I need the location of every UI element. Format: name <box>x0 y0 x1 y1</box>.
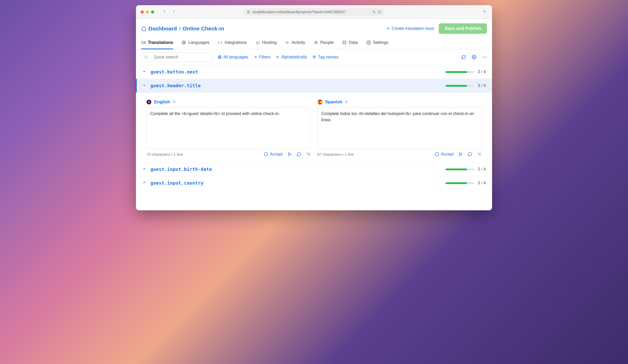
tab-settings-label: Settings <box>373 40 389 45</box>
tab-translations[interactable]: A文 Translations <box>141 37 173 49</box>
tab-hosting[interactable]: Hosting <box>255 37 277 49</box>
svg-point-33 <box>486 57 486 58</box>
minimize-window-button[interactable] <box>146 10 149 14</box>
gear-icon <box>366 40 371 45</box>
key-progress: 3 / 4 <box>446 83 486 88</box>
traffic-lights <box>141 10 154 14</box>
back-button[interactable] <box>162 9 167 15</box>
filters-button[interactable]: Filters <box>253 55 271 59</box>
forward-button[interactable] <box>172 9 176 15</box>
key-name: guest.button.next <box>151 69 198 75</box>
reload-icon[interactable] <box>378 10 381 14</box>
tab-activity-label: Activity <box>292 40 305 45</box>
accept-button[interactable]: Accept <box>264 152 283 157</box>
translate-icon[interactable] <box>372 10 376 14</box>
svg-text:A: A <box>142 42 144 43</box>
svg-point-11 <box>287 42 288 43</box>
accept-label: Accept <box>441 152 454 157</box>
search-field[interactable] <box>154 55 210 59</box>
progress-bar <box>446 182 474 184</box>
comment-icon[interactable] <box>468 152 472 157</box>
language-selector[interactable]: English <box>146 99 311 105</box>
tag-names-label: Tag names <box>318 55 338 59</box>
accept-button[interactable]: Accept <box>435 152 454 157</box>
svg-rect-0 <box>247 12 250 13</box>
svg-line-17 <box>147 58 148 59</box>
svg-point-32 <box>484 57 485 58</box>
editor-pane-english: English Complete all the <b>guest detail… <box>146 99 311 157</box>
home-icon[interactable] <box>141 26 146 31</box>
key-name: guest.header.title <box>151 83 201 88</box>
url-text: simplelocalize.io/dashboard/projects/?ha… <box>252 10 370 14</box>
sort-button[interactable]: Alphabetically <box>276 55 307 59</box>
play-icon[interactable] <box>458 152 463 157</box>
chevron-down-icon <box>150 56 152 58</box>
all-languages-filter[interactable]: All languages <box>218 55 248 59</box>
sort-icon <box>276 55 280 59</box>
tag-names-button[interactable]: Tag names <box>312 55 338 59</box>
progress-count: 3 / 4 <box>478 167 486 172</box>
svg-point-16 <box>145 56 147 58</box>
key-row[interactable]: guest.input.country 3 / 4 <box>136 176 492 190</box>
translations-icon: A文 <box>141 40 146 45</box>
tab-people-label: People <box>320 40 333 45</box>
address-bar[interactable]: simplelocalize.io/dashboard/projects/?ha… <box>244 9 384 15</box>
svg-text:文: 文 <box>143 42 145 43</box>
breadcrumb-current[interactable]: Online Check-in <box>183 25 224 32</box>
svg-point-27 <box>313 56 314 57</box>
language-selector[interactable]: Spanish <box>317 99 482 105</box>
alt-icon[interactable] <box>306 152 311 157</box>
key-row[interactable]: guest.header.title 3 / 4 <box>136 79 492 92</box>
create-keys-label: Create translation keys <box>392 26 434 31</box>
translation-textarea[interactable]: Complete all the <b>guest details</b> to… <box>146 107 311 149</box>
comment-icon[interactable] <box>297 152 301 157</box>
tab-people[interactable]: People <box>313 37 333 49</box>
play-icon[interactable] <box>287 152 292 157</box>
plus-icon <box>386 26 390 31</box>
search-icon <box>144 55 148 59</box>
breadcrumb-root[interactable]: Dashboard <box>148 25 177 32</box>
maximize-window-button[interactable] <box>151 10 154 14</box>
circle-icon <box>264 152 268 157</box>
tag-icon <box>312 55 316 59</box>
close-window-button[interactable] <box>141 10 144 14</box>
gear-icon[interactable] <box>472 55 476 59</box>
database-icon <box>342 40 347 45</box>
tab-activity[interactable]: Activity <box>285 37 305 49</box>
globe-icon <box>181 40 186 45</box>
accept-label: Accept <box>270 152 283 157</box>
breadcrumb-separator: / <box>179 25 181 32</box>
svg-point-37 <box>435 152 439 156</box>
key-row[interactable]: guest.input.birth-date 3 / 4 <box>136 162 492 176</box>
globe-icon <box>218 55 222 59</box>
filters-label: Filters <box>259 55 271 59</box>
main-tabs: A文 Translations Languages Integrations H… <box>136 37 492 49</box>
code-icon <box>218 40 223 45</box>
translation-key-list: guest.button.next 3 / 4 guest.header.tit… <box>136 65 492 190</box>
translation-editor: English Complete all the <b>guest detail… <box>136 92 492 162</box>
search-input[interactable] <box>141 52 212 62</box>
save-and-publish-button[interactable]: Save and Publish <box>439 23 487 34</box>
create-translation-keys-button[interactable]: Create translation keys <box>386 26 434 31</box>
key-progress: 3 / 4 <box>446 70 486 74</box>
tab-integrations[interactable]: Integrations <box>218 37 247 49</box>
save-publish-label: Save and Publish <box>444 26 481 31</box>
tab-settings[interactable]: Settings <box>366 37 389 49</box>
alt-icon[interactable] <box>477 152 482 157</box>
translation-textarea[interactable]: Complete todos los <b>detalles del huésp… <box>317 107 482 149</box>
new-tab-button[interactable] <box>482 9 487 15</box>
progress-count: 3 / 4 <box>478 70 486 74</box>
key-row[interactable]: guest.button.next 3 / 4 <box>136 65 492 79</box>
svg-marker-38 <box>460 153 462 156</box>
tab-translations-label: Translations <box>148 40 173 45</box>
tab-languages[interactable]: Languages <box>181 37 210 49</box>
key-name: guest.input.country <box>151 180 204 186</box>
tab-data[interactable]: Data <box>342 37 358 49</box>
lock-icon <box>247 10 250 14</box>
collapse-icon <box>142 180 146 186</box>
more-icon[interactable] <box>482 55 487 59</box>
editor-pane-spanish: Spanish Complete todos los <b>detalles d… <box>317 99 482 157</box>
pane-footer: 87 characters • 1 line Accept <box>317 152 482 157</box>
refresh-icon[interactable] <box>461 55 466 59</box>
header-actions: Create translation keys Save and Publish <box>386 23 487 34</box>
